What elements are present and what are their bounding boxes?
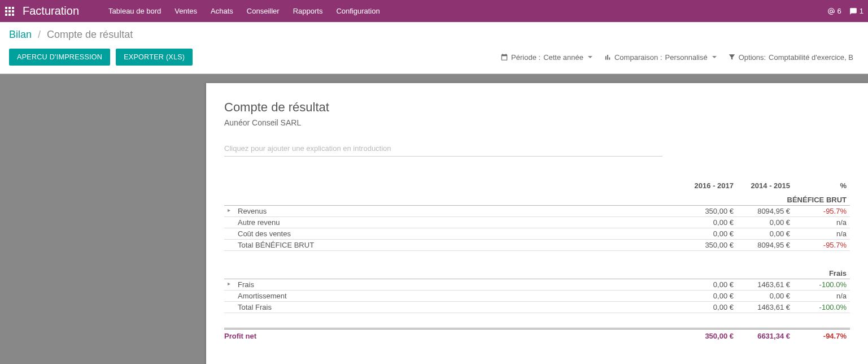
table-row: Total BÉNÉFICE BRUT350,00 €8094,95 €-95.… <box>224 240 850 251</box>
breadcrumb-root[interactable]: Bilan <box>9 29 32 40</box>
print-preview-button[interactable]: APERCU D'IMPRESSION <box>9 49 110 66</box>
row-label: Coût des ventes <box>224 228 681 240</box>
apps-icon[interactable] <box>5 6 15 16</box>
row-label[interactable]: ▸Frais <box>224 279 681 290</box>
amount-cell: 0,00 € <box>681 301 737 313</box>
report-canvas: Compte de résultat Aunéor Conseil SARL 2… <box>0 73 868 364</box>
menu-item-sales[interactable]: Ventes <box>168 0 204 22</box>
report-table: 2016 - 2017 2014 - 2015 % BÉNÉFICE BRUT▸… <box>224 179 850 341</box>
expand-icon[interactable]: ▸ <box>228 207 230 213</box>
period-value: Cette année <box>543 53 583 62</box>
table-row: Autre revenu0,00 €0,00 €n/a <box>224 217 850 228</box>
amount-cell: 8094,95 € <box>737 206 793 217</box>
col-name <box>224 179 681 193</box>
expand-icon[interactable]: ▸ <box>228 280 230 287</box>
filter-options[interactable]: Options: Comptabilité d'exercice, B <box>722 53 859 62</box>
amount-cell: 0,00 € <box>681 228 737 240</box>
percent-cell: n/a <box>793 217 850 228</box>
chat-count: 1 <box>860 7 863 15</box>
calendar-icon <box>500 53 508 61</box>
export-xls-button[interactable]: EXPORTER (XLS) <box>116 49 193 66</box>
menu-item-config[interactable]: Configuration <box>329 0 386 22</box>
percent-cell: n/a <box>793 290 850 301</box>
amount-cell: 0,00 € <box>737 228 793 240</box>
row-label: Amortissement <box>224 290 681 301</box>
col-period-2: 2014 - 2015 <box>737 179 793 193</box>
percent-cell: -100.0% <box>793 301 850 313</box>
percent-cell: -95.7% <box>793 206 850 217</box>
main-menu: Tableau de bord Ventes Achats Conseiller… <box>102 0 387 22</box>
amount-cell: 0,00 € <box>737 217 793 228</box>
net-amount: 6631,34 € <box>737 330 793 341</box>
period-label: Période : <box>511 53 540 62</box>
amount-cell: 0,00 € <box>681 279 737 290</box>
percent-cell: -95.7% <box>793 240 850 251</box>
row-label[interactable]: ▸Revenus <box>224 206 681 217</box>
mentions-count: 6 <box>838 7 841 15</box>
col-percent: % <box>793 179 850 193</box>
breadcrumb: Bilan / Compte de résultat <box>0 22 868 45</box>
net-percent: -94.7% <box>793 330 850 341</box>
top-navbar: Facturation Tableau de bord Ventes Achat… <box>0 0 868 22</box>
bar-chart-icon <box>604 53 612 61</box>
row-label: Total BÉNÉFICE BRUT <box>224 240 681 251</box>
amount-cell: 8094,95 € <box>737 240 793 251</box>
table-row: ▸Frais0,00 €1463,61 €-100.0% <box>224 279 850 290</box>
row-label: Total Frais <box>224 301 681 313</box>
table-row: ▸Revenus350,00 €8094,95 €-95.7% <box>224 206 850 217</box>
row-label: Autre revenu <box>224 217 681 228</box>
menu-item-advisor[interactable]: Conseiller <box>240 0 286 22</box>
amount-cell: 350,00 € <box>681 206 737 217</box>
amount-cell: 0,00 € <box>681 217 737 228</box>
percent-cell: n/a <box>793 228 850 240</box>
comparison-label: Comparaison : <box>614 53 662 62</box>
menu-item-dashboard[interactable]: Tableau de bord <box>102 0 168 22</box>
menu-item-reports[interactable]: Rapports <box>286 0 330 22</box>
app-brand: Facturation <box>23 5 79 18</box>
filter-period[interactable]: Période : Cette année <box>495 53 598 62</box>
chat-indicator[interactable]: 1 <box>849 7 863 15</box>
chevron-down-icon <box>588 56 592 58</box>
amount-cell: 350,00 € <box>681 240 737 251</box>
funnel-icon <box>728 53 736 61</box>
filter-comparison[interactable]: Comparaison : Personnalisé <box>598 53 722 62</box>
at-icon <box>827 7 835 15</box>
breadcrumb-separator: / <box>38 29 41 40</box>
net-amount: 350,00 € <box>681 330 737 341</box>
net-profit-row: Profit net350,00 €6631,34 €-94.7% <box>224 330 850 341</box>
menu-item-purchases[interactable]: Achats <box>204 0 240 22</box>
amount-cell: 0,00 € <box>737 290 793 301</box>
section-header: BÉNÉFICE BRUT <box>224 193 850 206</box>
options-label: Options: <box>739 53 766 62</box>
intro-input[interactable] <box>224 141 662 157</box>
options-value: Comptabilité d'exercice, B <box>769 53 853 62</box>
table-row: Total Frais0,00 €1463,61 €-100.0% <box>224 301 850 313</box>
table-row: Coût des ventes0,00 €0,00 €n/a <box>224 228 850 240</box>
mentions-indicator[interactable]: 6 <box>827 7 841 15</box>
section-header: Frais <box>224 267 850 279</box>
col-period-1: 2016 - 2017 <box>681 179 737 193</box>
table-row: Amortissement0,00 €0,00 €n/a <box>224 290 850 301</box>
net-label: Profit net <box>224 330 681 341</box>
report-title: Compte de résultat <box>224 100 850 115</box>
percent-cell: -100.0% <box>793 279 850 290</box>
comparison-value: Personnalisé <box>665 53 708 62</box>
breadcrumb-current: Compte de résultat <box>47 29 133 40</box>
company-name: Aunéor Conseil SARL <box>224 118 850 127</box>
amount-cell: 0,00 € <box>681 290 737 301</box>
chevron-down-icon <box>712 56 717 58</box>
control-bar: APERCU D'IMPRESSION EXPORTER (XLS) Pério… <box>0 45 868 73</box>
amount-cell: 1463,61 € <box>737 279 793 290</box>
report-sheet: Compte de résultat Aunéor Conseil SARL 2… <box>206 83 868 364</box>
amount-cell: 1463,61 € <box>737 301 793 313</box>
chat-icon <box>849 7 857 15</box>
